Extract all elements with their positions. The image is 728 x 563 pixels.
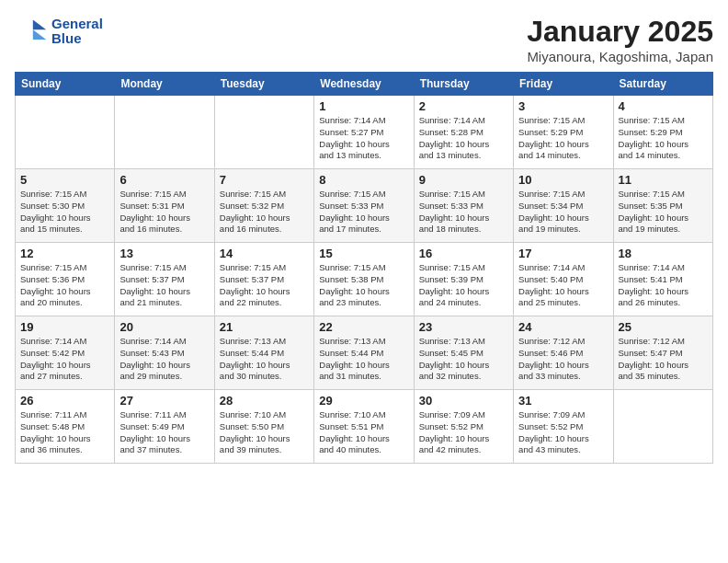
day-cell: 24Sunrise: 7:12 AM Sunset: 5:46 PM Dayli… (514, 316, 613, 390)
day-cell: 10Sunrise: 7:15 AM Sunset: 5:34 PM Dayli… (514, 169, 613, 243)
day-info: Sunrise: 7:09 AM Sunset: 5:52 PM Dayligh… (518, 409, 608, 456)
logo-line2: Blue (51, 31, 103, 47)
svg-marker-0 (33, 19, 46, 29)
day-cell: 20Sunrise: 7:14 AM Sunset: 5:43 PM Dayli… (115, 316, 214, 390)
day-cell: 31Sunrise: 7:09 AM Sunset: 5:52 PM Dayli… (514, 390, 613, 464)
day-number: 18 (619, 247, 708, 260)
svg-marker-1 (33, 29, 46, 40)
header-sunday: Sunday (16, 73, 115, 96)
day-cell: 8Sunrise: 7:15 AM Sunset: 5:33 PM Daylig… (314, 169, 414, 243)
day-cell: 3Sunrise: 7:15 AM Sunset: 5:29 PM Daylig… (514, 96, 613, 169)
day-number: 25 (619, 320, 708, 334)
day-number: 17 (518, 247, 608, 260)
day-info: Sunrise: 7:14 AM Sunset: 5:42 PM Dayligh… (20, 336, 109, 383)
day-cell: 26Sunrise: 7:11 AM Sunset: 5:48 PM Dayli… (16, 390, 115, 464)
day-info: Sunrise: 7:15 AM Sunset: 5:33 PM Dayligh… (319, 189, 408, 236)
title-block: January 2025 Miyanoura, Kagoshima, Japan (527, 15, 713, 64)
week-row-3: 19Sunrise: 7:14 AM Sunset: 5:42 PM Dayli… (16, 316, 713, 390)
day-number: 12 (20, 247, 109, 260)
logo: General Blue (15, 15, 103, 48)
day-number: 13 (119, 247, 209, 260)
logo-icon (15, 15, 48, 48)
week-row-0: 1Sunrise: 7:14 AM Sunset: 5:27 PM Daylig… (16, 96, 713, 169)
calendar-title: January 2025 (527, 15, 713, 49)
day-number: 30 (419, 394, 508, 408)
header-wednesday: Wednesday (314, 73, 414, 96)
day-number: 24 (518, 320, 608, 334)
day-number: 11 (619, 173, 708, 187)
day-number: 15 (319, 247, 408, 260)
day-number: 2 (419, 99, 508, 113)
day-info: Sunrise: 7:10 AM Sunset: 5:50 PM Dayligh… (220, 409, 309, 456)
day-number: 19 (20, 320, 109, 334)
day-info: Sunrise: 7:15 AM Sunset: 5:36 PM Dayligh… (20, 262, 109, 309)
day-cell: 19Sunrise: 7:14 AM Sunset: 5:42 PM Dayli… (16, 316, 115, 390)
day-info: Sunrise: 7:15 AM Sunset: 5:29 PM Dayligh… (518, 115, 608, 162)
day-cell: 9Sunrise: 7:15 AM Sunset: 5:33 PM Daylig… (414, 169, 513, 243)
day-cell: 15Sunrise: 7:15 AM Sunset: 5:38 PM Dayli… (314, 243, 414, 316)
day-cell: 5Sunrise: 7:15 AM Sunset: 5:30 PM Daylig… (16, 169, 115, 243)
day-number: 4 (619, 99, 708, 113)
week-row-2: 12Sunrise: 7:15 AM Sunset: 5:36 PM Dayli… (16, 243, 713, 316)
day-info: Sunrise: 7:11 AM Sunset: 5:49 PM Dayligh… (119, 409, 209, 456)
day-number: 14 (220, 247, 309, 260)
day-cell: 21Sunrise: 7:13 AM Sunset: 5:44 PM Dayli… (214, 316, 313, 390)
header-row: SundayMondayTuesdayWednesdayThursdayFrid… (16, 73, 713, 96)
day-number: 27 (119, 394, 209, 408)
day-info: Sunrise: 7:14 AM Sunset: 5:41 PM Dayligh… (619, 262, 708, 309)
day-number: 1 (319, 99, 408, 113)
day-info: Sunrise: 7:15 AM Sunset: 5:35 PM Dayligh… (619, 189, 708, 236)
day-number: 6 (119, 173, 209, 187)
day-number: 28 (220, 394, 309, 408)
day-info: Sunrise: 7:09 AM Sunset: 5:52 PM Dayligh… (419, 409, 508, 456)
header-friday: Friday (514, 73, 613, 96)
week-row-1: 5Sunrise: 7:15 AM Sunset: 5:30 PM Daylig… (16, 169, 713, 243)
day-info: Sunrise: 7:15 AM Sunset: 5:29 PM Dayligh… (619, 115, 708, 162)
day-info: Sunrise: 7:13 AM Sunset: 5:45 PM Dayligh… (419, 336, 508, 383)
day-info: Sunrise: 7:15 AM Sunset: 5:31 PM Dayligh… (119, 189, 209, 236)
day-info: Sunrise: 7:11 AM Sunset: 5:48 PM Dayligh… (20, 409, 109, 456)
day-info: Sunrise: 7:15 AM Sunset: 5:33 PM Dayligh… (419, 189, 508, 236)
day-info: Sunrise: 7:15 AM Sunset: 5:37 PM Dayligh… (119, 262, 209, 309)
day-number: 10 (518, 173, 608, 187)
day-cell: 4Sunrise: 7:15 AM Sunset: 5:29 PM Daylig… (613, 96, 712, 169)
day-cell (16, 96, 115, 169)
day-info: Sunrise: 7:15 AM Sunset: 5:38 PM Dayligh… (319, 262, 408, 309)
logo-text: General Blue (51, 17, 103, 47)
day-number: 20 (119, 320, 209, 334)
day-cell: 30Sunrise: 7:09 AM Sunset: 5:52 PM Dayli… (414, 390, 513, 464)
day-cell (613, 390, 712, 464)
day-cell: 7Sunrise: 7:15 AM Sunset: 5:32 PM Daylig… (214, 169, 313, 243)
day-cell: 18Sunrise: 7:14 AM Sunset: 5:41 PM Dayli… (613, 243, 712, 316)
calendar-table: SundayMondayTuesdayWednesdayThursdayFrid… (15, 72, 713, 464)
day-info: Sunrise: 7:14 AM Sunset: 5:27 PM Dayligh… (319, 115, 408, 162)
day-number: 31 (518, 394, 608, 408)
day-number: 29 (319, 394, 408, 408)
day-number: 22 (319, 320, 408, 334)
day-cell: 25Sunrise: 7:12 AM Sunset: 5:47 PM Dayli… (613, 316, 712, 390)
day-info: Sunrise: 7:15 AM Sunset: 5:39 PM Dayligh… (419, 262, 508, 309)
day-cell: 28Sunrise: 7:10 AM Sunset: 5:50 PM Dayli… (214, 390, 313, 464)
logo-line1: General (51, 17, 103, 32)
day-info: Sunrise: 7:13 AM Sunset: 5:44 PM Dayligh… (220, 336, 309, 383)
day-info: Sunrise: 7:13 AM Sunset: 5:44 PM Dayligh… (319, 336, 408, 383)
day-info: Sunrise: 7:14 AM Sunset: 5:43 PM Dayligh… (119, 336, 209, 383)
day-number: 7 (220, 173, 309, 187)
day-info: Sunrise: 7:15 AM Sunset: 5:32 PM Dayligh… (220, 189, 309, 236)
calendar-subtitle: Miyanoura, Kagoshima, Japan (527, 49, 713, 64)
day-cell: 6Sunrise: 7:15 AM Sunset: 5:31 PM Daylig… (115, 169, 214, 243)
day-cell (115, 96, 214, 169)
day-info: Sunrise: 7:15 AM Sunset: 5:30 PM Dayligh… (20, 189, 109, 236)
day-info: Sunrise: 7:14 AM Sunset: 5:40 PM Dayligh… (518, 262, 608, 309)
week-row-4: 26Sunrise: 7:11 AM Sunset: 5:48 PM Dayli… (16, 390, 713, 464)
day-cell: 16Sunrise: 7:15 AM Sunset: 5:39 PM Dayli… (414, 243, 513, 316)
day-cell: 23Sunrise: 7:13 AM Sunset: 5:45 PM Dayli… (414, 316, 513, 390)
header-saturday: Saturday (613, 73, 712, 96)
header-thursday: Thursday (414, 73, 513, 96)
day-cell: 29Sunrise: 7:10 AM Sunset: 5:51 PM Dayli… (314, 390, 414, 464)
day-cell (214, 96, 313, 169)
day-cell: 27Sunrise: 7:11 AM Sunset: 5:49 PM Dayli… (115, 390, 214, 464)
day-number: 16 (419, 247, 508, 260)
day-cell: 11Sunrise: 7:15 AM Sunset: 5:35 PM Dayli… (613, 169, 712, 243)
day-cell: 12Sunrise: 7:15 AM Sunset: 5:36 PM Dayli… (16, 243, 115, 316)
